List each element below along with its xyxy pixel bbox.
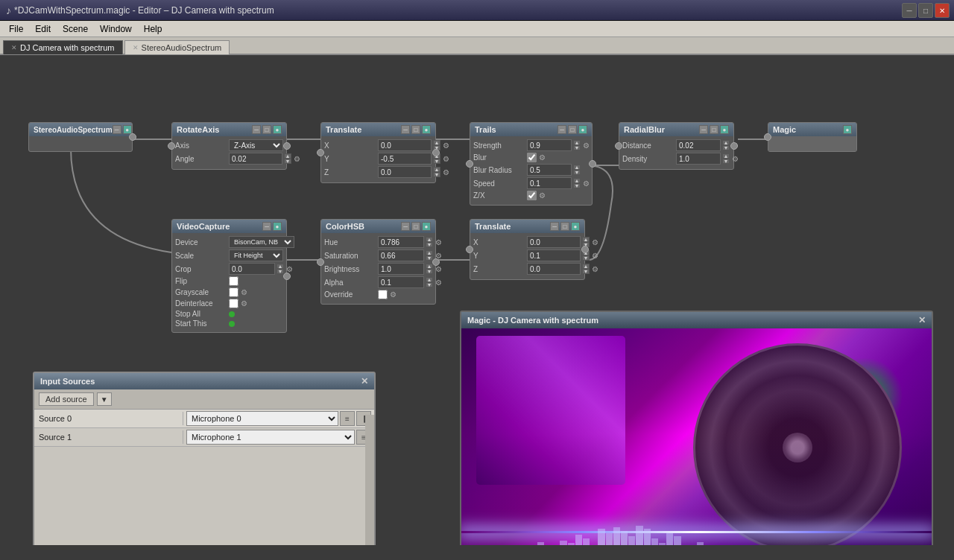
rotate-angle-input[interactable] bbox=[229, 153, 282, 165]
node-rb-output[interactable] bbox=[730, 142, 738, 150]
rb-density-up[interactable]: ▲ bbox=[722, 153, 730, 159]
node-t2-green[interactable]: ● bbox=[571, 222, 580, 231]
t1-z-up[interactable]: ▲ bbox=[433, 167, 440, 172]
trails-speed-up[interactable]: ▲ bbox=[573, 178, 581, 183]
menu-help[interactable]: Help bbox=[138, 21, 168, 36]
source-0-select[interactable]: Microphone 0 Microphone 1 Line In bbox=[186, 411, 338, 426]
node-t1-min[interactable]: ─ bbox=[401, 125, 410, 134]
t1-z-input[interactable] bbox=[378, 166, 432, 178]
node-vc-green[interactable]: ● bbox=[273, 222, 282, 231]
node-hsb-input[interactable] bbox=[317, 258, 324, 266]
t1-y-input[interactable] bbox=[378, 153, 432, 165]
node-stereo-audio-green[interactable]: ● bbox=[123, 125, 132, 134]
trails-strength-input[interactable] bbox=[527, 139, 572, 151]
node-rotate-output[interactable] bbox=[283, 142, 291, 150]
node-t2-input[interactable] bbox=[466, 246, 473, 253]
rb-distance-input[interactable] bbox=[676, 139, 721, 151]
add-source-button[interactable]: Add source bbox=[39, 392, 94, 406]
sources-scrollbar[interactable] bbox=[365, 415, 374, 545]
rotate-angle-up[interactable]: ▲ bbox=[284, 153, 291, 159]
node-trails-input[interactable] bbox=[466, 160, 473, 168]
hsb-hue-down[interactable]: ▼ bbox=[426, 242, 433, 247]
vc-stopall-dot[interactable] bbox=[229, 311, 235, 317]
t1-y-gear[interactable]: ⚙ bbox=[443, 155, 449, 163]
hsb-hue-gear[interactable]: ⚙ bbox=[435, 238, 442, 246]
hsb-override-gear[interactable]: ⚙ bbox=[390, 290, 397, 299]
node-magic-green[interactable]: ● bbox=[843, 125, 852, 134]
t2-y-gear[interactable]: ⚙ bbox=[592, 252, 598, 260]
hsb-alpha-input[interactable] bbox=[378, 276, 424, 288]
preview-close-button[interactable]: ✕ bbox=[918, 315, 926, 325]
rb-distance-down[interactable]: ▼ bbox=[722, 145, 730, 150]
node-rb-input[interactable] bbox=[615, 142, 622, 150]
vc-deinterlace-gear[interactable]: ⚙ bbox=[241, 299, 247, 308]
node-t1-green[interactable]: ● bbox=[422, 125, 431, 134]
source-1-select[interactable]: Microphone 0 Microphone 1 Line In bbox=[186, 430, 355, 445]
trails-zx-gear[interactable]: ⚙ bbox=[539, 191, 546, 200]
trails-strength-up[interactable]: ▲ bbox=[573, 140, 581, 145]
trails-speed-input[interactable] bbox=[527, 177, 572, 189]
node-stereo-audio-min[interactable]: ─ bbox=[113, 125, 121, 134]
node-trails-output[interactable] bbox=[589, 160, 596, 168]
node-trails-min[interactable]: ─ bbox=[557, 125, 566, 134]
vc-grayscale-checkbox[interactable] bbox=[229, 287, 238, 297]
hsb-sat-up[interactable]: ▲ bbox=[426, 250, 433, 255]
minimize-button[interactable]: ─ bbox=[902, 3, 917, 18]
vc-grayscale-gear[interactable]: ⚙ bbox=[241, 288, 247, 296]
rb-density-input[interactable] bbox=[676, 153, 721, 165]
hsb-hue-up[interactable]: ▲ bbox=[426, 237, 433, 242]
node-rotate-input[interactable] bbox=[168, 142, 175, 150]
node-trails-sq[interactable]: □ bbox=[568, 125, 577, 134]
vc-crop-up[interactable]: ▲ bbox=[277, 264, 284, 269]
t2-z-gear[interactable]: ⚙ bbox=[592, 265, 598, 273]
input-sources-close[interactable]: ✕ bbox=[361, 376, 368, 386]
node-magic-input[interactable] bbox=[764, 133, 771, 141]
trails-blur-gear[interactable]: ⚙ bbox=[539, 153, 546, 162]
trails-speed-gear[interactable]: ⚙ bbox=[583, 179, 590, 188]
trails-strength-down[interactable]: ▼ bbox=[573, 145, 581, 150]
node-rb-sq[interactable]: □ bbox=[710, 125, 718, 134]
trails-blurradius-input[interactable] bbox=[527, 164, 572, 176]
node-rb-green[interactable]: ● bbox=[720, 125, 729, 134]
node-vc-min[interactable]: ─ bbox=[262, 222, 271, 231]
t2-x-gear[interactable]: ⚙ bbox=[592, 238, 598, 246]
maximize-button[interactable]: □ bbox=[918, 3, 933, 18]
node-t2-min[interactable]: ─ bbox=[550, 222, 559, 231]
node-stereo-audio-output[interactable] bbox=[129, 133, 136, 141]
t2-y-down[interactable]: ▼ bbox=[582, 255, 590, 261]
menu-window[interactable]: Window bbox=[94, 21, 138, 36]
hsb-bright-down[interactable]: ▼ bbox=[426, 269, 433, 274]
vc-scale-select[interactable]: Fit Height Fit Width Stretch bbox=[229, 249, 283, 261]
node-hsb-green[interactable]: ● bbox=[422, 222, 431, 231]
trails-zx-checkbox[interactable] bbox=[527, 191, 537, 200]
t1-x-input[interactable] bbox=[378, 139, 432, 151]
tab-close-icon[interactable]: ✕ bbox=[11, 44, 17, 51]
t1-x-gear[interactable]: ⚙ bbox=[443, 141, 449, 150]
t2-x-input[interactable] bbox=[527, 236, 581, 248]
hsb-sat-input[interactable] bbox=[378, 249, 424, 261]
trails-blurradius-up[interactable]: ▲ bbox=[573, 165, 581, 170]
hsb-alpha-up[interactable]: ▲ bbox=[426, 277, 433, 282]
t2-z-input[interactable] bbox=[527, 263, 581, 275]
trails-blurradius-down[interactable]: ▼ bbox=[573, 170, 581, 175]
hsb-override-checkbox[interactable] bbox=[378, 290, 388, 299]
hsb-alpha-down[interactable]: ▼ bbox=[426, 282, 433, 287]
vc-startthis-dot[interactable] bbox=[229, 321, 235, 327]
rb-density-down[interactable]: ▼ bbox=[722, 159, 730, 164]
hsb-alpha-gear[interactable]: ⚙ bbox=[435, 279, 442, 287]
t2-z-down[interactable]: ▼ bbox=[582, 269, 590, 274]
node-rotate-sq[interactable]: □ bbox=[262, 125, 271, 134]
tab-dj-camera[interactable]: ✕ DJ Camera with spectrum bbox=[3, 40, 123, 54]
source-0-remove[interactable]: ≡ bbox=[340, 411, 355, 426]
hsb-bright-up[interactable]: ▲ bbox=[426, 264, 433, 269]
menu-edit[interactable]: Edit bbox=[29, 21, 57, 36]
close-button[interactable]: ✕ bbox=[935, 3, 950, 18]
node-rb-min[interactable]: ─ bbox=[699, 125, 708, 134]
node-trails-green[interactable]: ● bbox=[578, 125, 587, 134]
vc-crop-down[interactable]: ▼ bbox=[277, 269, 284, 274]
node-t1-sq[interactable]: □ bbox=[411, 125, 420, 134]
trails-blur-checkbox[interactable] bbox=[527, 153, 537, 162]
rotate-angle-gear[interactable]: ⚙ bbox=[294, 155, 300, 163]
node-t1-input[interactable] bbox=[317, 149, 324, 156]
t1-x-up[interactable]: ▲ bbox=[433, 140, 440, 145]
